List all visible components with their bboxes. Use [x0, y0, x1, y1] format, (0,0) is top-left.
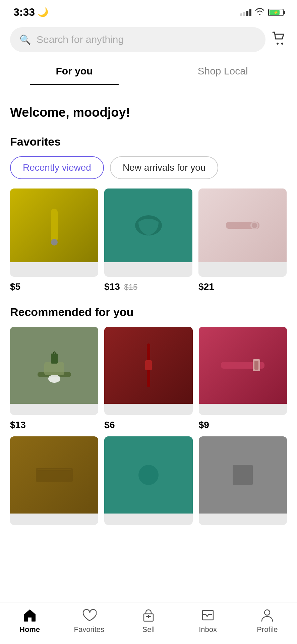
product-image: [199, 327, 287, 415]
status-bar: 3:33 🌙 ⚡: [0, 0, 297, 22]
nav-home-label: Home: [19, 625, 40, 634]
nav-inbox[interactable]: Inbox: [191, 608, 225, 634]
search-bar[interactable]: 🔍 Search for anything: [10, 27, 265, 52]
signal-bars: [240, 9, 251, 16]
battery-icon: ⚡: [268, 9, 284, 16]
bottom-nav: Home Favorites Sell Inbox Profile: [0, 602, 297, 644]
search-container: 🔍 Search for anything: [0, 22, 297, 57]
nav-profile-label: Profile: [257, 625, 278, 634]
product-price: $5: [10, 281, 98, 292]
svg-point-22: [264, 610, 270, 615]
nav-sell[interactable]: Sell: [132, 608, 165, 634]
product-price: $21: [198, 281, 287, 292]
svg-point-3: [51, 239, 58, 246]
product-image: [104, 327, 192, 415]
product-card[interactable]: $6: [104, 327, 192, 430]
svg-point-0: [277, 43, 279, 45]
product-image: [199, 436, 287, 525]
product-card[interactable]: $13: [10, 327, 98, 430]
svg-point-1: [281, 43, 283, 45]
product-card[interactable]: [199, 436, 287, 529]
recommended-title: Recommended for you: [10, 306, 287, 319]
svg-rect-11: [51, 354, 58, 364]
main-content: Welcome, moodjoy! Favorites Recently vie…: [0, 85, 297, 596]
nav-favorites[interactable]: Favorites: [72, 608, 106, 634]
svg-rect-13: [145, 360, 152, 370]
sell-icon: [141, 608, 156, 623]
nav-profile[interactable]: Profile: [250, 608, 284, 634]
nav-favorites-label: Favorites: [74, 625, 104, 634]
svg-point-9: [48, 375, 60, 383]
tab-for-you[interactable]: For you: [0, 57, 148, 85]
favorites-products: $5 $13 $15: [10, 189, 287, 296]
product-image: [10, 189, 98, 277]
wifi-icon: [255, 8, 265, 17]
product-card[interactable]: [10, 436, 98, 529]
svg-rect-19: [233, 465, 253, 485]
home-icon: [22, 608, 37, 623]
favorites-title: Favorites: [10, 135, 287, 148]
search-icon: 🔍: [19, 34, 31, 45]
product-image: [10, 436, 98, 525]
product-price: $9: [199, 420, 209, 430]
inbox-icon: [200, 608, 215, 623]
cart-icon[interactable]: [271, 31, 287, 49]
tabs: For you Shop Local: [0, 57, 297, 85]
welcome-greeting: Welcome, moodjoy!: [10, 105, 287, 120]
favorites-section: Favorites Recently viewed New arrivals f…: [10, 135, 287, 296]
recommended-grid: $13 $6: [10, 327, 287, 530]
profile-icon: [260, 608, 275, 623]
product-card[interactable]: $21: [198, 189, 287, 292]
svg-rect-2: [51, 209, 58, 242]
product-card[interactable]: $13 $15: [104, 189, 192, 292]
svg-rect-16: [254, 361, 258, 370]
favorites-icon: [82, 608, 97, 623]
svg-point-18: [138, 465, 159, 485]
filter-pills: Recently viewed New arrivals for you: [10, 156, 287, 179]
pill-recently-viewed[interactable]: Recently viewed: [10, 156, 104, 179]
product-price: $13: [10, 420, 26, 430]
product-card[interactable]: $9: [199, 327, 287, 430]
product-card[interactable]: [104, 436, 192, 529]
product-image: [198, 189, 287, 277]
status-time: 3:33: [13, 6, 35, 18]
svg-point-7: [252, 223, 257, 228]
product-image: [10, 327, 98, 415]
pill-new-arrivals[interactable]: New arrivals for you: [110, 156, 218, 179]
search-placeholder: Search for anything: [37, 34, 124, 45]
product-image: [104, 436, 192, 525]
product-image: [104, 189, 192, 277]
svg-rect-10: [44, 362, 64, 375]
recommended-section: Recommended for you $13: [10, 306, 287, 530]
moon-icon: 🌙: [38, 7, 48, 17]
product-card[interactable]: $5: [10, 189, 98, 292]
product-price: $13 $15: [104, 281, 192, 292]
product-price: $6: [104, 420, 115, 430]
status-icons: ⚡: [240, 8, 284, 17]
nav-sell-label: Sell: [142, 625, 155, 634]
nav-home[interactable]: Home: [13, 608, 47, 634]
nav-inbox-label: Inbox: [199, 625, 217, 634]
tab-shop-local[interactable]: Shop Local: [148, 57, 297, 85]
